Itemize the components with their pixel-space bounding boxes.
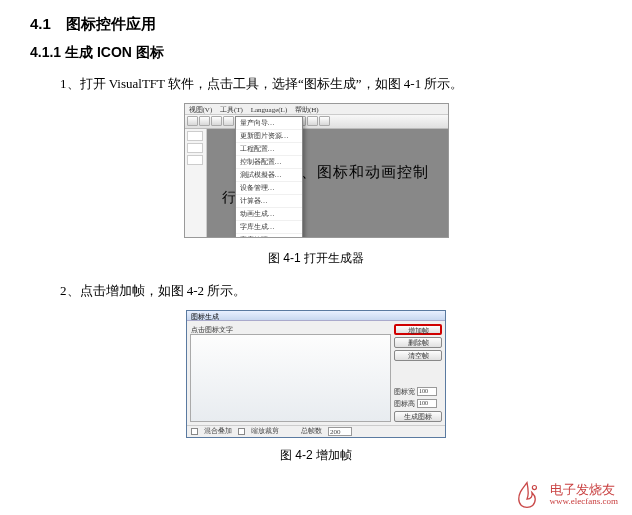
delete-frame-button[interactable]: 删除帧 <box>394 337 442 348</box>
figure-1: 视图(V) 工具(T) Language(L) 帮助(H) <box>30 103 602 242</box>
clear-frame-button[interactable]: 清空帧 <box>394 350 442 361</box>
toolbar-button[interactable] <box>187 116 198 126</box>
generate-icon-button[interactable]: 生成图标 <box>394 411 442 422</box>
figure-1-caption: 图 4-1 打开生成器 <box>30 250 602 267</box>
heading-subsection: 4.1.1 生成 ICON 图标 <box>30 44 602 62</box>
screenshot-dialog: 图标生成 点击图标文字 增加帧 删除帧 清空帧 图标宽 100 图标高 100 <box>186 310 446 438</box>
icon-height-label: 图标高 <box>394 399 415 409</box>
preview-area <box>190 334 391 422</box>
dialog-titlebar: 图标生成 <box>187 311 445 321</box>
menu-tools[interactable]: 工具(T) <box>220 106 243 114</box>
watermark-brand: 电子发烧友 <box>550 483 618 497</box>
step-2-text: 2、点击增加帧，如图 4-2 所示。 <box>60 281 602 302</box>
icon-width-label: 图标宽 <box>394 387 415 397</box>
side-panel <box>185 129 207 238</box>
dropdown-item[interactable]: 量产向导… <box>236 117 302 130</box>
svg-point-0 <box>532 486 536 490</box>
heading-section: 4.1 图标控件应用 <box>30 15 602 34</box>
dropdown-item[interactable]: 測試模擬器… <box>236 169 302 182</box>
dialog-bottom-bar: 混合叠加 缩放裁剪 总帧数 200 <box>187 425 445 437</box>
panel-item[interactable] <box>187 131 203 141</box>
app-toolbar <box>185 115 448 129</box>
menu-view[interactable]: 视图(V) <box>189 106 213 114</box>
app-menubar: 视图(V) 工具(T) Language(L) 帮助(H) <box>185 104 448 115</box>
toolbar-button[interactable] <box>223 116 234 126</box>
scale-label: 缩放裁剪 <box>251 426 279 436</box>
figure-2-caption: 图 4-2 增加帧 <box>30 447 602 464</box>
screenshot-software: 视图(V) 工具(T) Language(L) 帮助(H) <box>184 103 449 238</box>
flame-icon <box>510 481 544 509</box>
toolbar-button[interactable] <box>319 116 330 126</box>
watermark: 电子发烧友 www.elecfans.com <box>510 481 618 509</box>
toolbar-button[interactable] <box>307 116 318 126</box>
toolbar-button[interactable] <box>211 116 222 126</box>
scale-checkbox[interactable] <box>238 428 245 435</box>
tools-dropdown: 量产向导… 更新图片资源… 工程配置… 控制器配置… 測試模擬器… 设备管理… … <box>235 116 303 238</box>
panel-item[interactable] <box>187 143 203 153</box>
step-1-text: 1、打开 VisualTFT 软件，点击工具，选择“图标生成”，如图 4-1 所… <box>60 74 602 95</box>
menu-help[interactable]: 帮助(H) <box>295 106 319 114</box>
icon-width-input[interactable]: 100 <box>417 387 437 396</box>
blend-label: 混合叠加 <box>204 426 232 436</box>
dropdown-item[interactable]: 控制器配置… <box>236 156 302 169</box>
blend-checkbox[interactable] <box>191 428 198 435</box>
dropdown-item[interactable]: 工程配置… <box>236 143 302 156</box>
dropdown-item[interactable]: 计算器… <box>236 195 302 208</box>
dropdown-item[interactable]: 动画生成… <box>236 208 302 221</box>
icon-height-input[interactable]: 100 <box>417 399 437 408</box>
dropdown-item[interactable]: 更新图片资源… <box>236 130 302 143</box>
preview-label: 点击图标文字 <box>190 324 391 334</box>
dropdown-item[interactable]: 字库生成… <box>236 221 302 234</box>
menu-language[interactable]: Language(L) <box>251 106 288 114</box>
toolbar-button[interactable] <box>199 116 210 126</box>
add-frame-button[interactable]: 增加帧 <box>394 324 442 335</box>
dialog-sidebar: 增加帧 删除帧 清空帧 图标宽 100 图标高 100 生成图标 <box>394 324 442 422</box>
total-frames-input[interactable]: 200 <box>328 427 352 436</box>
panel-item[interactable] <box>187 155 203 165</box>
watermark-url: www.elecfans.com <box>550 497 618 507</box>
figure-2: 图标生成 点击图标文字 增加帧 删除帧 清空帧 图标宽 100 图标高 100 <box>30 310 602 439</box>
dropdown-item[interactable]: 设备管理… <box>236 182 302 195</box>
total-frames-label: 总帧数 <box>301 426 322 436</box>
